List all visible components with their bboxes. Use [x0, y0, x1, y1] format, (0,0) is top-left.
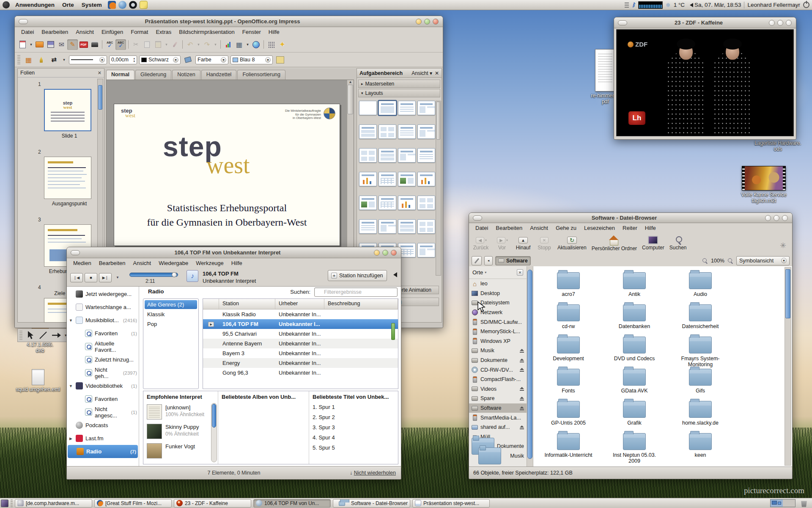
seek-slider[interactable] — [129, 273, 178, 277]
panel-menu[interactable]: Anwendungen — [11, 1, 58, 9]
line-style-select[interactable]: ▾ — [69, 55, 107, 64]
layout-tile[interactable] — [379, 172, 396, 186]
toolbar-button[interactable]: ▾ Zurück — [472, 235, 490, 251]
expander-icon[interactable]: ▼ — [69, 384, 73, 388]
zoom-in-icon[interactable] — [728, 258, 733, 263]
genre-item[interactable]: Alle Genres (2) — [145, 300, 197, 309]
places-item[interactable]: Dokumente — [469, 356, 527, 365]
menu-item[interactable]: Datei — [472, 224, 492, 232]
folder-item[interactable]: Fmayrs System-Monitoring — [681, 333, 720, 365]
close-button[interactable] — [391, 250, 397, 256]
minimize-button[interactable] — [765, 215, 771, 221]
banshee-titlebar[interactable]: 106,4 TOP FM von Unbekannter Interpret — [67, 247, 401, 258]
window-menu-button[interactable] — [71, 250, 80, 255]
close-button[interactable] — [433, 19, 439, 25]
arrow-style-dropdown[interactable] — [61, 55, 67, 65]
toolbar-grip[interactable] — [17, 55, 20, 64]
edit-points-icon[interactable] — [36, 55, 47, 65]
toolbar-button[interactable]: Computer — [641, 235, 666, 251]
folder-item[interactable]: Datenbanken — [619, 301, 650, 333]
maximize-button[interactable] — [382, 250, 388, 256]
column-play[interactable] — [203, 299, 219, 309]
previous-button[interactable]: ❘◀ — [70, 273, 83, 282]
folder-item[interactable]: Antik — [623, 269, 646, 301]
desktop-icon-volle-kanne[interactable]: Volle Kanne Servicetäglich.m2t — [738, 166, 789, 204]
menu-item[interactable]: Ansicht — [129, 259, 155, 267]
layout-tile[interactable] — [359, 219, 377, 234]
folder-item[interactable]: home.slacky.de — [682, 398, 719, 430]
clock[interactable]: Sa, 07. Mär, 18:53 — [694, 2, 741, 8]
location-edit-toggle[interactable] — [472, 256, 482, 265]
layout-tile[interactable] — [398, 148, 416, 163]
slide-page[interactable]: stepwest Die Ministerialbeauftragte für … — [114, 104, 340, 246]
desktop-icon-squid-eml[interactable]: squid umgehen.eml — [13, 369, 63, 392]
table-dropdown[interactable] — [245, 39, 250, 50]
taskbar-window-button[interactable]: Präsentation step-west... — [412, 499, 490, 508]
task-pane-view-menu[interactable]: Ansicht ▾ — [411, 70, 432, 76]
shadow-icon[interactable] — [275, 55, 285, 65]
recommended-artist[interactable]: Skinny Puppy0% Ähnlichkeit — [147, 424, 214, 439]
maximize-button[interactable] — [774, 215, 779, 221]
maximize-button[interactable] — [424, 19, 430, 25]
line-color-select[interactable]: Schwarz▾ — [139, 55, 181, 64]
snap-grid-icon[interactable] — [23, 55, 34, 65]
places-item[interactable]: CompactFlash-... — [469, 375, 527, 384]
paste-dropdown[interactable] — [164, 39, 169, 50]
open-icon[interactable] — [34, 39, 45, 50]
table-icon[interactable] — [234, 39, 244, 50]
menu-item[interactable]: Hilfe — [228, 259, 246, 267]
layouts-section-header[interactable]: ▾Layouts — [358, 89, 440, 97]
show-desktop-button[interactable] — [1, 500, 8, 507]
print-icon[interactable] — [89, 39, 100, 50]
navigator-icon[interactable] — [277, 39, 288, 50]
chart-icon[interactable] — [223, 39, 233, 50]
genre-item[interactable]: Pop — [145, 320, 197, 329]
repeat-dropdown-icon[interactable]: ▼ — [116, 276, 119, 279]
menu-item[interactable]: Hilfe — [265, 28, 283, 36]
edit-mode-icon[interactable] — [67, 39, 78, 50]
station-row[interactable]: Bayern 3 Unbekannter In... — [203, 348, 398, 358]
fill-bucket-icon[interactable] — [183, 55, 193, 65]
taskbar-window-button[interactable]: Software - Datei-Browser — [333, 499, 410, 508]
separator[interactable] — [262, 39, 266, 50]
system-monitor-applet[interactable] — [638, 1, 663, 9]
paste-icon[interactable] — [153, 39, 163, 50]
view-tab[interactable]: Gliederung — [135, 70, 171, 80]
sidebar-source-item[interactable]: Favoriten (1) — [67, 327, 139, 340]
nautilus-titlebar[interactable]: Software - Datei-Browser — [469, 213, 792, 223]
layout-tile[interactable] — [417, 172, 435, 186]
separator[interactable] — [100, 39, 104, 50]
panel-menu[interactable]: System — [78, 1, 106, 9]
menu-item[interactable]: Extras — [152, 28, 175, 36]
distribution-logo-icon[interactable] — [3, 1, 10, 8]
folder-item[interactable]: Development — [553, 333, 584, 365]
close-button[interactable] — [786, 20, 792, 26]
window-menu-button[interactable] — [618, 20, 627, 25]
eject-icon[interactable] — [520, 349, 524, 353]
eject-icon[interactable] — [520, 359, 524, 362]
places-scrollbar[interactable] — [527, 266, 533, 467]
maximize-button[interactable] — [777, 20, 783, 26]
view-tab[interactable]: Foliensortierung — [237, 70, 285, 80]
top-track-item[interactable]: 3. Spur 3 — [313, 424, 395, 431]
layout-tile[interactable] — [398, 124, 416, 139]
help-launcher-icon[interactable] — [129, 1, 137, 9]
sidebar-source-item[interactable]: ▼ Videobibliothek (1) — [67, 379, 139, 392]
folder-item[interactable]: keen — [689, 430, 712, 462]
save-icon[interactable] — [45, 39, 56, 50]
separator[interactable] — [126, 39, 130, 50]
layout-tile[interactable] — [379, 219, 396, 234]
export-pdf-icon[interactable] — [78, 39, 89, 50]
sidebar-source-item[interactable]: Favoriten — [67, 392, 139, 406]
copy-icon[interactable] — [142, 39, 152, 50]
layout-tile[interactable] — [359, 148, 377, 163]
cut-icon[interactable] — [131, 39, 141, 50]
layout-tile[interactable] — [417, 243, 435, 257]
view-tab[interactable]: Normal — [106, 70, 134, 80]
hyperlink-icon[interactable] — [251, 39, 261, 50]
undo-icon[interactable] — [185, 39, 195, 50]
layout-tile[interactable] — [417, 196, 435, 210]
top-track-item[interactable]: 5. Spur 5 — [313, 444, 395, 451]
toolbar-grip[interactable] — [19, 331, 22, 340]
layout-tile[interactable] — [417, 101, 435, 115]
